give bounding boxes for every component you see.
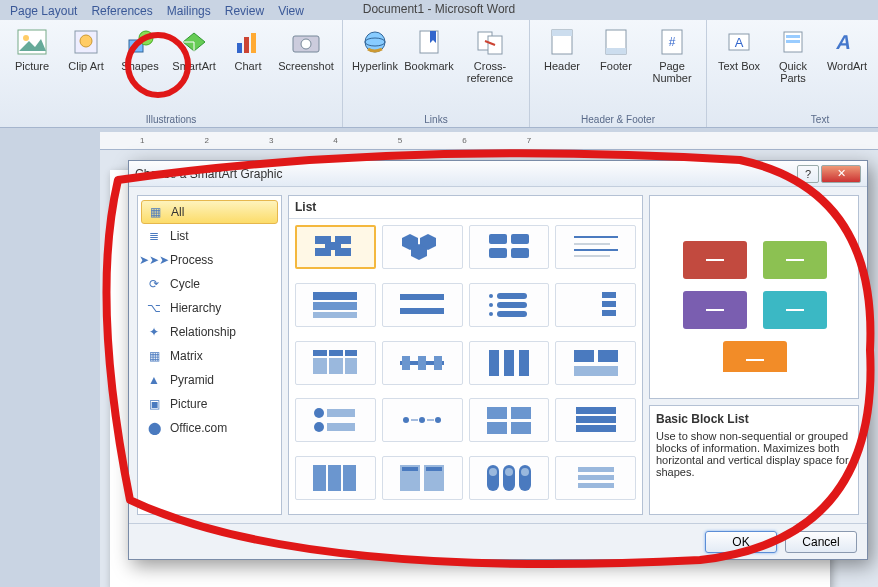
svg-rect-57 <box>497 311 527 317</box>
footer-icon <box>600 26 632 58</box>
svg-rect-65 <box>329 350 343 356</box>
gallery-thumb[interactable] <box>555 398 636 442</box>
hierarchy-icon: ⌥ <box>146 300 162 316</box>
tab-references[interactable]: References <box>91 4 152 18</box>
screenshot-button[interactable]: Screenshot <box>278 24 334 74</box>
svg-rect-66 <box>345 358 357 374</box>
svg-rect-40 <box>489 234 507 244</box>
gallery-thumb[interactable] <box>469 398 550 442</box>
matrix-icon: ▦ <box>146 348 162 364</box>
category-relationship[interactable]: ✦Relationship <box>138 320 281 344</box>
smartart-gallery: List <box>288 195 643 515</box>
category-hierarchy[interactable]: ⌥Hierarchy <box>138 296 281 320</box>
gallery-thumb[interactable] <box>295 225 376 269</box>
all-icon: ▦ <box>147 204 163 220</box>
category-picture[interactable]: ▣Picture <box>138 392 281 416</box>
chart-icon <box>232 26 264 58</box>
svg-rect-88 <box>511 407 531 419</box>
gallery-thumb[interactable] <box>555 225 636 269</box>
footer-button[interactable]: Footer <box>592 24 640 74</box>
help-button[interactable]: ? <box>797 165 819 183</box>
svg-rect-81 <box>327 423 355 431</box>
svg-rect-52 <box>400 308 444 314</box>
gallery-thumb[interactable] <box>295 456 376 500</box>
picture-button[interactable]: Picture <box>8 24 56 74</box>
svg-rect-74 <box>519 350 529 376</box>
pagenumber-button[interactable]: # Page Number <box>646 24 698 86</box>
ok-button[interactable]: OK <box>705 531 777 553</box>
svg-rect-99 <box>402 467 418 471</box>
preview-image <box>649 195 859 399</box>
tab-review[interactable]: Review <box>225 4 264 18</box>
svg-rect-96 <box>343 465 356 491</box>
svg-rect-79 <box>327 409 355 417</box>
svg-rect-59 <box>602 292 616 298</box>
category-list: ▦All≣List➤➤➤Process⟳Cycle⌥Hierarchy✦Rela… <box>137 195 282 515</box>
svg-point-56 <box>489 303 493 307</box>
category-all[interactable]: ▦All <box>141 200 278 224</box>
ribbon: Picture Clip Art Shapes SmartArt Chart S… <box>0 20 878 128</box>
gallery-thumb[interactable] <box>295 341 376 385</box>
textbox-icon: A <box>723 26 755 58</box>
gallery-thumb[interactable] <box>555 456 636 500</box>
smartart-button[interactable]: SmartArt <box>170 24 218 74</box>
clipart-button[interactable]: Clip Art <box>62 24 110 74</box>
crossref-button[interactable]: Cross-reference <box>459 24 521 86</box>
group-label-illustrations: Illustrations <box>146 114 197 125</box>
gallery-thumb[interactable] <box>382 225 463 269</box>
svg-rect-76 <box>598 350 618 362</box>
svg-rect-64 <box>329 358 343 374</box>
category-office[interactable]: ⬤Office.com <box>138 416 281 440</box>
svg-rect-91 <box>576 407 616 414</box>
gallery-thumb[interactable] <box>469 341 550 385</box>
svg-point-10 <box>301 39 311 49</box>
preview-desc-text: Use to show non-sequential or grouped bl… <box>656 430 852 478</box>
gallery-thumb[interactable] <box>469 283 550 327</box>
tab-view[interactable]: View <box>278 4 304 18</box>
svg-point-3 <box>80 35 92 47</box>
gallery-thumb[interactable] <box>382 456 463 500</box>
svg-rect-60 <box>602 301 616 307</box>
gallery-heading: List <box>289 196 642 219</box>
gallery-thumb[interactable] <box>555 341 636 385</box>
textbox-button[interactable]: A Text Box <box>715 24 763 74</box>
gallery-thumb[interactable] <box>469 456 550 500</box>
smartart-dialog: Choose a SmartArt Graphic ? ✕ ▦All≣List➤… <box>128 160 868 560</box>
category-pyramid[interactable]: ▲Pyramid <box>138 368 281 392</box>
cancel-button[interactable]: Cancel <box>785 531 857 553</box>
header-button[interactable]: Header <box>538 24 586 74</box>
quickparts-button[interactable]: Quick Parts <box>769 24 817 86</box>
tab-pagelayout[interactable]: Page Layout <box>10 4 77 18</box>
gallery-thumb[interactable] <box>295 283 376 327</box>
hyperlink-button[interactable]: Hyperlink <box>351 24 399 74</box>
svg-point-58 <box>489 312 493 316</box>
smartart-icon <box>178 26 210 58</box>
close-button[interactable]: ✕ <box>821 165 861 183</box>
svg-point-86 <box>435 417 441 423</box>
bookmark-button[interactable]: Bookmark <box>405 24 453 74</box>
svg-rect-108 <box>578 475 614 480</box>
gallery-thumb[interactable] <box>469 225 550 269</box>
screenshot-icon <box>290 26 322 58</box>
svg-rect-41 <box>511 234 529 244</box>
svg-rect-95 <box>328 465 341 491</box>
svg-rect-63 <box>313 350 327 356</box>
svg-rect-17 <box>552 30 572 36</box>
pyramid-icon: ▲ <box>146 372 162 388</box>
svg-rect-87 <box>487 407 507 419</box>
category-cycle[interactable]: ⟳Cycle <box>138 272 281 296</box>
gallery-thumb[interactable] <box>555 283 636 327</box>
relationship-icon: ✦ <box>146 324 162 340</box>
tab-mailings[interactable]: Mailings <box>167 4 211 18</box>
chart-button[interactable]: Chart <box>224 24 272 74</box>
category-matrix[interactable]: ▦Matrix <box>138 344 281 368</box>
gallery-thumb[interactable] <box>295 398 376 442</box>
shapes-button[interactable]: Shapes <box>116 24 164 74</box>
gallery-thumb[interactable] <box>382 398 463 442</box>
gallery-thumb[interactable] <box>382 283 463 327</box>
svg-rect-109 <box>578 483 614 488</box>
category-list[interactable]: ≣List <box>138 224 281 248</box>
gallery-thumb[interactable] <box>382 341 463 385</box>
wordart-button[interactable]: A WordArt <box>823 24 871 74</box>
category-process[interactable]: ➤➤➤Process <box>138 248 281 272</box>
